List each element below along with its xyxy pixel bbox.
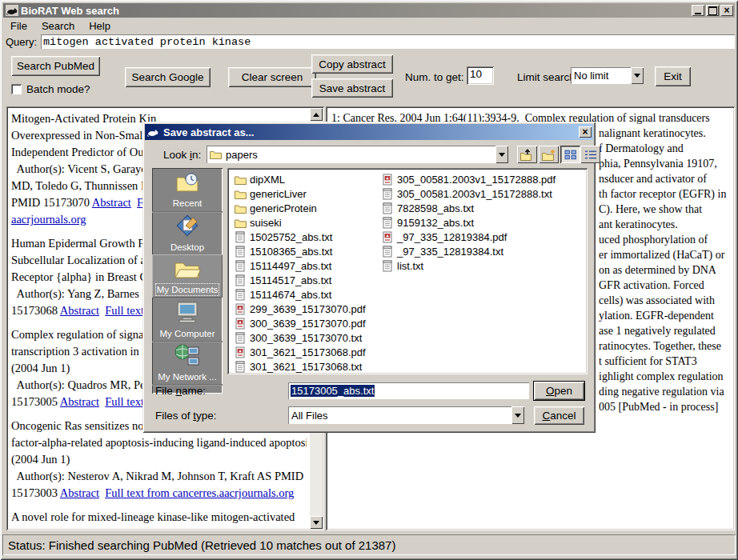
create-new-folder-button[interactable] <box>539 146 559 163</box>
chevron-down-icon <box>634 74 640 78</box>
result-link[interactable]: aacrjournals.org <box>11 213 86 226</box>
txt-icon <box>381 188 394 200</box>
close-button[interactable]: × <box>720 5 733 16</box>
file-name: list.txt <box>397 260 423 272</box>
file-item[interactable]: list.txt <box>381 258 583 273</box>
window-titlebar[interactable]: BioRAT Web search × <box>3 3 735 18</box>
my-computer-icon <box>174 301 200 326</box>
result-link[interactable]: Abstract <box>60 486 99 499</box>
result-link[interactable]: Full text <box>105 304 144 317</box>
file-name: suiseki <box>250 217 282 229</box>
view-details-button[interactable] <box>580 146 600 163</box>
dialog-rat-icon <box>147 126 160 138</box>
dialog-titlebar[interactable]: Save abstract as... × <box>145 124 593 140</box>
rat-app-icon <box>6 5 18 16</box>
place-label: My Network ... <box>158 372 216 382</box>
file-item[interactable]: _97_335_12819384.pdf <box>381 230 583 244</box>
file-item[interactable]: dipXML <box>234 172 376 186</box>
txt-icon <box>381 260 394 272</box>
result-line: 15173003 Abstract Full text from cancerr… <box>11 485 307 502</box>
cancel-button[interactable]: Cancel <box>534 406 584 425</box>
scroll-down-button[interactable] <box>310 516 323 529</box>
file-item[interactable]: 300_3639_15173070.txt <box>234 330 376 345</box>
folder-icon <box>210 150 222 159</box>
copy-abstract-button[interactable]: Copy abstract <box>311 54 393 74</box>
file-item[interactable]: 301_3621_15173068.txt <box>234 359 376 374</box>
minimize-button[interactable] <box>692 5 704 16</box>
file-item[interactable]: 15114674_abs.txt <box>234 287 376 302</box>
desktop-icon <box>175 214 199 240</box>
result-text-segment: Author(s): Nesterov A, Nikrad M, Johnson… <box>11 470 303 482</box>
clear-screen-button[interactable]: Clear screen <box>228 67 316 87</box>
place-label: My Computer <box>159 329 215 338</box>
file-item[interactable]: 15114517_abs.txt <box>234 273 376 287</box>
exit-button[interactable]: Exit <box>655 66 691 86</box>
look-in-label: Look in: <box>163 149 201 161</box>
query-input[interactable] <box>41 34 735 49</box>
place-my-computer[interactable]: My Computer <box>152 298 223 341</box>
dialog-close-button[interactable]: × <box>579 126 592 138</box>
limit-search-value: No limit <box>571 67 631 84</box>
open-button[interactable]: Open <box>534 382 584 400</box>
files-of-type-dropdown[interactable]: All Files <box>288 406 524 424</box>
file-item[interactable]: suiseki <box>234 215 376 230</box>
file-name: 15108365_abs.txt <box>250 246 332 258</box>
folder-icon <box>234 189 247 199</box>
file-name: dipXML <box>250 174 285 186</box>
file-name: _97_335_12819384.pdf <box>397 231 507 243</box>
file-item[interactable]: 15025752_abs.txt <box>234 230 376 244</box>
look-in-dropdown-button[interactable] <box>495 146 508 163</box>
save-abstract-label: Save abstract <box>319 82 386 94</box>
file-item[interactable]: genericLiver <box>234 186 376 201</box>
file-name-input[interactable]: 15173005_abs.txt <box>288 382 529 399</box>
file-item[interactable]: 301_3621_15173068.pdf <box>234 345 376 359</box>
file-item[interactable]: 9159132_abs.txt <box>381 215 583 230</box>
files-of-type-dropdown-button[interactable] <box>511 406 524 424</box>
file-item[interactable]: 300_3639_15173070.pdf <box>234 316 376 330</box>
look-in-value: papers <box>207 146 495 163</box>
file-name: 15114674_abs.txt <box>250 289 331 301</box>
batch-mode-checkbox[interactable] <box>11 84 22 94</box>
view-details-icon <box>584 150 597 160</box>
search-pubmed-label: Search PubMed <box>17 60 94 72</box>
menu-help[interactable]: Help <box>82 19 118 33</box>
place-desktop[interactable]: Desktop <box>152 211 223 254</box>
search-pubmed-button[interactable]: Search PubMed <box>11 56 100 76</box>
result-link[interactable]: Full text <box>105 395 144 408</box>
file-item[interactable]: 15108365_abs.txt <box>234 244 376 258</box>
menubar: File Search Help <box>3 18 735 33</box>
search-google-button[interactable]: Search Google <box>125 67 211 87</box>
file-item[interactable]: 15114497_abs.txt <box>234 258 376 273</box>
save-abstract-button[interactable]: Save abstract <box>311 78 393 98</box>
file-item[interactable]: _97_335_12819384.txt <box>381 244 583 258</box>
limit-search-dropdown-button[interactable] <box>631 67 644 84</box>
file-name: genericLiver <box>250 188 307 200</box>
file-item[interactable]: 305_00581.2003v1_15172888.pdf <box>381 172 583 186</box>
file-item[interactable]: genericProtein <box>234 201 376 215</box>
place-my-documents[interactable]: My Documents <box>152 254 223 298</box>
num-to-get-input[interactable] <box>467 66 500 82</box>
result-text-segment: Overexpressed in Non-Small <box>11 129 146 142</box>
up-one-level-button[interactable] <box>517 146 537 163</box>
file-name: _97_335_12819384.txt <box>397 246 503 258</box>
file-item[interactable]: 299_3639_15173070.pdf <box>234 302 376 316</box>
save-abstract-dialog: Save abstract as... × Look in: papers <box>142 122 596 433</box>
file-item[interactable]: 305_00581.2003v1_15172888.txt <box>381 186 583 201</box>
pdf-icon <box>234 346 247 358</box>
file-item[interactable]: 7828598_abs.txt <box>381 201 583 215</box>
scroll-up-button[interactable] <box>310 108 323 121</box>
place-my-network[interactable]: My Network ... <box>152 341 223 384</box>
look-in-dropdown[interactable]: papers <box>207 146 508 163</box>
menu-file[interactable]: File <box>3 19 34 33</box>
maximize-button[interactable] <box>706 5 719 16</box>
file-name: genericProtein <box>250 202 317 214</box>
result-link[interactable]: Abstract <box>60 304 99 317</box>
result-link[interactable]: Full text from cancerres.aacrjournals.or… <box>105 486 294 499</box>
place-recent[interactable]: Recent <box>152 168 223 211</box>
result-link[interactable]: Abstract <box>92 196 131 209</box>
menu-search[interactable]: Search <box>34 19 82 33</box>
view-list-button[interactable] <box>560 146 580 163</box>
result-link[interactable]: Abstract <box>60 395 99 408</box>
limit-search-dropdown[interactable]: No limit <box>571 67 644 84</box>
file-name: 15114517_abs.txt <box>250 274 331 286</box>
